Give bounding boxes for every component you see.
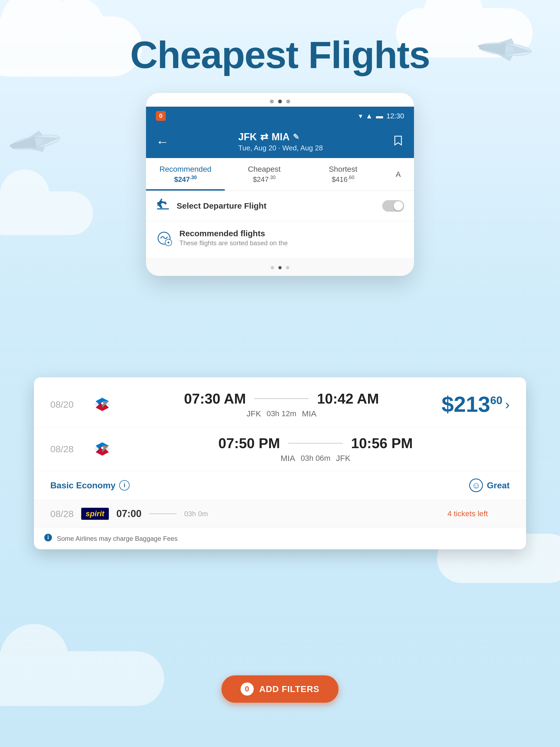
- flight-2-times-row: 07:50 PM 10:56 PM: [219, 435, 413, 452]
- select-departure-section: Select Departure Flight: [146, 191, 414, 221]
- time-display: 12:30: [386, 112, 404, 120]
- status-bar-right: ▾ ▲ ▬ 12:30: [359, 112, 404, 120]
- spirit-time: 07:00: [117, 508, 142, 519]
- dot-3: [286, 100, 290, 103]
- flight-1-arrive: 10:42 AM: [317, 390, 379, 407]
- dot-2: [278, 100, 282, 103]
- tabs-bar: Recommended $247.30 Cheapest $247.30 Sho…: [146, 158, 414, 191]
- spirit-row[interactable]: 08/28 spirit 07:00 03h 0m 4 tickets left: [34, 500, 526, 527]
- cloud-3: [0, 191, 93, 235]
- bottom-dots: [146, 258, 414, 276]
- tab-recommended-price: $247.30: [174, 175, 197, 184]
- smiley-icon: ☺: [469, 479, 483, 492]
- select-departure-left: Select Departure Flight: [156, 199, 266, 213]
- recommended-title: Recommended flights: [179, 229, 288, 238]
- bookmark-button[interactable]: [392, 134, 404, 149]
- departure-plane-icon: [156, 199, 170, 213]
- svg-rect-14: [157, 208, 169, 209]
- flight-1-origin: JFK: [247, 409, 261, 418]
- airplane-right-icon: [473, 33, 538, 66]
- spirit-line: [149, 514, 177, 514]
- basic-economy: Basic Economy i: [50, 480, 130, 491]
- info-circle-icon[interactable]: i: [119, 480, 130, 491]
- phone-content: Select Departure Flight Recommended flig…: [146, 191, 414, 276]
- flight-1-times-row: 07:30 AM 10:42 AM: [184, 390, 379, 407]
- tab-recommended[interactable]: Recommended $247.30: [146, 158, 225, 190]
- airline-logo-2: [91, 438, 113, 460]
- select-departure-text: Select Departure Flight: [177, 201, 266, 210]
- signal-icon: ▲: [365, 112, 373, 120]
- status-bar: 0 ▾ ▲ ▬ 12:30: [146, 107, 414, 125]
- tab-cheapest-label: Cheapest: [248, 165, 281, 174]
- flight-2-airports: MIA 03h 06m JFK: [281, 454, 351, 463]
- svg-text:i: i: [47, 534, 49, 540]
- flight-1-duration: 03h 12m: [266, 409, 297, 418]
- price-arrow: ›: [505, 396, 510, 412]
- flight-2-date: 08/28: [50, 444, 83, 455]
- header-dates: Tue, Aug 20 · Wed, Aug 28: [238, 144, 323, 152]
- departure-toggle[interactable]: [382, 200, 404, 212]
- phone-mockup: 0 ▾ ▲ ▬ 12:30 ← JFK ⇄ MIA ✎ Tue, Aug 20 …: [146, 93, 414, 276]
- tab-shortest[interactable]: Shortest $416.60: [304, 158, 382, 190]
- flight-1-times: 07:30 AM 10:42 AM JFK 03h 12m MIA: [121, 390, 441, 418]
- tab-other-label: A: [396, 170, 401, 179]
- status-bar-left: 0: [156, 111, 166, 121]
- tickets-left: 4 tickets left: [447, 509, 488, 518]
- header-bar: ← JFK ⇄ MIA ✎ Tue, Aug 20 · Wed, Aug 28: [146, 125, 414, 158]
- price-block: $21360 ›: [441, 392, 510, 417]
- edit-icon[interactable]: ✎: [293, 132, 299, 141]
- flight-1-airports: JFK 03h 12m MIA: [247, 409, 316, 418]
- price-amount: $21360: [441, 392, 502, 417]
- recommended-text-block: Recommended flights These flights are so…: [179, 229, 288, 247]
- spirit-logo: spirit: [81, 508, 108, 520]
- flight-2-depart: 07:50 PM: [219, 435, 280, 452]
- phone-top-dots: [146, 93, 414, 107]
- flight-card: 08/20 07:30 AM 10:42 AM JFK 03h 12m: [34, 377, 526, 549]
- battery-icon: ▬: [376, 112, 383, 120]
- tab-other[interactable]: A: [383, 158, 414, 190]
- basic-economy-label: Basic Economy: [50, 481, 116, 491]
- notification-badge: 0: [156, 111, 166, 121]
- flight-1-duration-line: [254, 398, 309, 399]
- flight-2-dest: JFK: [336, 454, 350, 463]
- baggage-note: i Some Airlines may charge Baggage Fees: [34, 527, 526, 549]
- route-arrow: ⇄: [260, 131, 268, 143]
- svg-point-22: [101, 447, 103, 449]
- flight-2-arrive: 10:56 PM: [351, 435, 413, 452]
- great-label: Great: [487, 481, 510, 491]
- route-to: MIA: [272, 131, 289, 143]
- flight-row-1[interactable]: 08/20 07:30 AM 10:42 AM JFK 03h 12m: [34, 377, 526, 428]
- tab-cheapest-price: $247.30: [253, 175, 276, 184]
- svg-point-20: [101, 402, 103, 404]
- dot-1: [270, 100, 274, 103]
- back-button[interactable]: ←: [156, 134, 169, 149]
- spirit-date: 08/28: [50, 509, 74, 519]
- flight-row-2[interactable]: 08/28 07:50 PM 10:56 PM MIA 03h 06m: [34, 428, 526, 471]
- bottom-dot-2: [278, 266, 282, 269]
- bottom-dot-1: [271, 266, 274, 269]
- spirit-duration: 03h 0m: [184, 510, 208, 518]
- add-filters-button[interactable]: 0 ADD FILTERS: [222, 675, 338, 703]
- flight-2-duration: 03h 06m: [301, 454, 331, 463]
- tab-shortest-price: $416.60: [332, 175, 354, 184]
- airplane-left-icon: [5, 126, 66, 159]
- cloud-5: [0, 651, 164, 706]
- baggage-info-icon: i: [44, 533, 52, 544]
- recommended-subtitle: These flights are sorted based on the: [179, 239, 288, 247]
- flight-1-date: 08/20: [50, 399, 83, 410]
- flight-1-dest: MIA: [302, 409, 316, 418]
- route-from: JFK: [238, 131, 257, 143]
- filter-badge-count: 0: [240, 682, 254, 696]
- recommended-section: Recommended flights These flights are so…: [146, 221, 414, 258]
- tab-cheapest[interactable]: Cheapest $247.30: [225, 158, 304, 190]
- baggage-note-text: Some Airlines may charge Baggage Fees: [57, 535, 178, 542]
- airline-logo-1: [91, 393, 113, 415]
- header-route: JFK ⇄ MIA ✎: [238, 131, 323, 143]
- tab-shortest-label: Shortest: [329, 165, 357, 174]
- header-center: JFK ⇄ MIA ✎ Tue, Aug 20 · Wed, Aug 28: [238, 131, 323, 152]
- card-footer: Basic Economy i ☺ Great: [34, 471, 526, 500]
- great-badge: ☺ Great: [469, 479, 510, 492]
- toggle-knob: [394, 201, 403, 210]
- wifi-icon: ▾: [359, 112, 362, 120]
- flight-1-depart: 07:30 AM: [184, 390, 246, 407]
